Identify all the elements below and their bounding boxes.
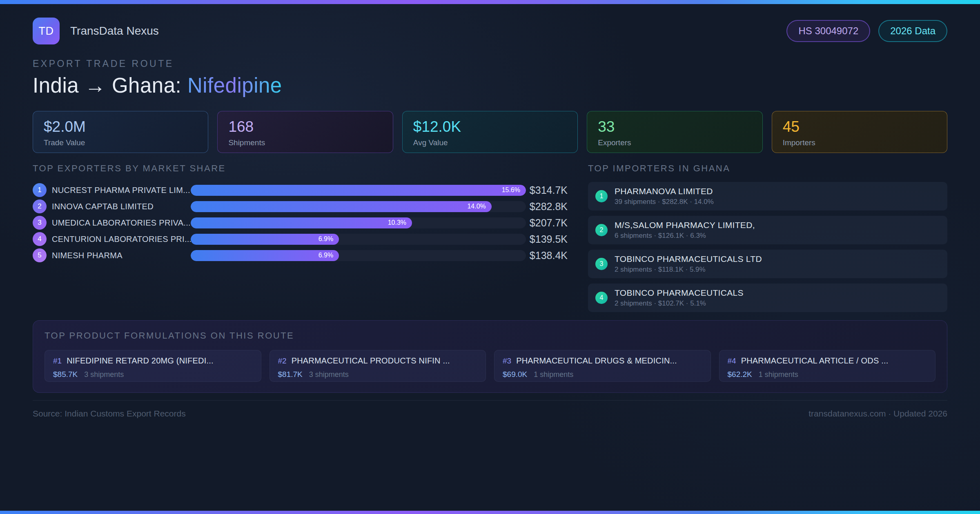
stat-cards: $2.0M Trade Value 168 Shipments $12.0K A…	[33, 111, 947, 153]
rank-badge: 2	[33, 199, 47, 213]
importer-name: TOBINCO PHARMACEUTICALS	[615, 288, 744, 298]
exporter-name: NUCREST PHARMA PRIVATE LIM...	[52, 186, 191, 195]
exporter-row: 2 INNOVA CAPTAB LIMITED 14.0% $282.8K	[33, 198, 568, 215]
product-value: $69.0K	[503, 370, 527, 379]
stat-value: 45	[783, 118, 936, 135]
exporters-bar-chart: 1 NUCREST PHARMA PRIVATE LIM... 15.6% $3…	[33, 182, 568, 264]
stat-value: 33	[598, 118, 751, 135]
product-value: $81.7K	[278, 370, 303, 379]
rank-badge: 4	[33, 232, 47, 246]
header-badges: HS 30049072 2026 Data	[786, 20, 947, 42]
importer-details: 2 shipments · $102.7K · 5.1%	[615, 299, 744, 308]
header: TD TransData Nexus HS 30049072 2026 Data	[33, 18, 947, 44]
dashboard-page: TD TransData Nexus HS 30049072 2026 Data…	[0, 18, 980, 419]
market-share-bar-track: 10.3%	[191, 217, 526, 228]
importer-details: 39 shipments · $282.8K · 14.0%	[615, 198, 714, 206]
exporter-row: 3 UMEDICA LABORATORIES PRIVA... 10.3% $2…	[33, 215, 568, 231]
market-share-percent: 6.9%	[318, 235, 339, 243]
exporter-name: UMEDICA LABORATORIES PRIVA...	[52, 218, 191, 228]
products-section-title: TOP PRODUCT FORMULATIONS ON THIS ROUTE	[45, 330, 935, 341]
product-rank: #2	[278, 357, 287, 366]
top-accent-bar	[0, 0, 980, 4]
product-name-text: PHARMACEUTICAL ARTICLE / ODS ...	[741, 356, 889, 366]
exporter-row: 5 NIMESH PHARMA 6.9% $138.4K	[33, 247, 568, 264]
importer-details: 6 shipments · $126.1K · 6.3%	[615, 232, 755, 240]
product-rank: #3	[503, 357, 511, 366]
product-shipments: 3 shipments	[84, 370, 124, 379]
importer-card: 2 M/S,SALOM PHARMACY LIMITED, 6 shipment…	[588, 216, 947, 244]
page-title: India → Ghana: Nifedipine	[33, 73, 947, 97]
market-share-bar-track: 6.9%	[191, 250, 526, 261]
importer-card: 1 PHARMANOVA LIMITED 39 shipments · $282…	[588, 182, 947, 210]
product-header: #3 PHARMACEUTICAL DRUGS & MEDICIN...	[503, 356, 702, 366]
market-share-bar-fill: 6.9%	[191, 250, 339, 261]
exporter-name: CENTURION LABORATORIES PRI...	[52, 235, 191, 244]
importer-text: PHARMANOVA LIMITED 39 shipments · $282.8…	[615, 186, 714, 206]
importer-name: PHARMANOVA LIMITED	[615, 186, 714, 196]
product-meta: $69.0K 1 shipments	[503, 370, 702, 379]
rank-badge: 3	[33, 216, 47, 230]
brand-name: TransData Nexus	[70, 24, 159, 38]
importer-text: TOBINCO PHARMACEUTICALS LTD 2 shipments …	[615, 254, 762, 274]
exporter-value: $314.7K	[526, 184, 568, 196]
product-value: $62.2K	[728, 370, 752, 379]
exporter-value: $282.8K	[526, 201, 568, 213]
market-share-bar-fill: 6.9%	[191, 234, 339, 245]
rank-badge: 3	[595, 258, 608, 270]
rank-badge: 1	[595, 190, 608, 202]
market-share-percent: 14.0%	[467, 203, 491, 210]
importer-text: M/S,SALOM PHARMACY LIMITED, 6 shipments …	[615, 220, 755, 240]
footer-site: transdatanexus.com · Updated 2026	[808, 409, 947, 419]
product-value: $85.7K	[53, 370, 78, 379]
product-shipments: 1 shipments	[759, 370, 798, 379]
stat-value: 168	[228, 118, 382, 135]
hs-code-badge[interactable]: HS 30049072	[786, 20, 870, 42]
product-header: #1 NIFEDIPINE RETARD 20MG (NIFEDI...	[53, 356, 253, 366]
route-text: India → Ghana:	[33, 74, 187, 97]
exporters-section: TOP EXPORTERS BY MARKET SHARE 1 NUCREST …	[33, 163, 568, 320]
exporter-value: $207.7K	[526, 217, 568, 229]
market-share-bar-fill: 14.0%	[191, 201, 492, 212]
product-header: #2 PHARMACEUTICAL PRODUCTS NIFIN ...	[278, 356, 478, 366]
year-data-badge[interactable]: 2026 Data	[878, 20, 947, 42]
stat-card-exporters: 33 Exporters	[587, 111, 762, 153]
product-shipments: 3 shipments	[309, 370, 349, 379]
product-shipments: 1 shipments	[534, 370, 573, 379]
exporter-value: $138.4K	[526, 250, 568, 261]
stat-card-shipments: 168 Shipments	[217, 111, 393, 153]
products-panel: TOP PRODUCT FORMULATIONS ON THIS ROUTE #…	[33, 320, 947, 393]
importer-details: 2 shipments · $118.1K · 5.9%	[615, 266, 762, 274]
brand: TD TransData Nexus	[33, 18, 159, 44]
market-share-bar-fill: 10.3%	[191, 217, 412, 228]
stat-card-trade-value: $2.0M Trade Value	[33, 111, 208, 153]
product-card: #2 PHARMACEUTICAL PRODUCTS NIFIN ... $81…	[270, 350, 486, 382]
exporter-name: INNOVA CAPTAB LIMITED	[52, 202, 191, 211]
importer-name: M/S,SALOM PHARMACY LIMITED,	[615, 220, 755, 230]
rank-badge: 1	[33, 183, 47, 197]
stat-value: $12.0K	[413, 118, 567, 135]
exporter-row: 1 NUCREST PHARMA PRIVATE LIM... 15.6% $3…	[33, 182, 568, 198]
product-name: Nifedipine	[187, 74, 282, 97]
importers-list: 1 PHARMANOVA LIMITED 39 shipments · $282…	[588, 182, 947, 312]
product-rank: #1	[53, 357, 62, 366]
stat-label: Importers	[783, 138, 936, 147]
rank-badge: 4	[595, 292, 608, 304]
brand-logo: TD	[33, 18, 60, 44]
footer-source: Source: Indian Customs Export Records	[33, 409, 186, 419]
product-meta: $62.2K 1 shipments	[728, 370, 927, 379]
market-share-bar-fill: 15.6%	[191, 185, 526, 196]
stat-label: Avg Value	[413, 138, 567, 147]
stat-label: Shipments	[228, 138, 382, 147]
stat-label: Exporters	[598, 138, 751, 147]
market-share-bar-track: 14.0%	[191, 201, 526, 212]
product-card: #4 PHARMACEUTICAL ARTICLE / ODS ... $62.…	[719, 350, 936, 382]
bottom-accent-bar	[0, 511, 980, 514]
importers-section-title: TOP IMPORTERS IN GHANA	[588, 163, 947, 174]
market-share-percent: 6.9%	[318, 252, 339, 259]
product-card: #1 NIFEDIPINE RETARD 20MG (NIFEDI... $85…	[45, 350, 261, 382]
product-name-text: PHARMACEUTICAL DRUGS & MEDICIN...	[516, 356, 677, 366]
importer-name: TOBINCO PHARMACEUTICALS LTD	[615, 254, 762, 264]
eyebrow-label: EXPORT TRADE ROUTE	[33, 58, 947, 69]
product-header: #4 PHARMACEUTICAL ARTICLE / ODS ...	[728, 356, 927, 366]
market-share-bar-track: 6.9%	[191, 234, 526, 245]
